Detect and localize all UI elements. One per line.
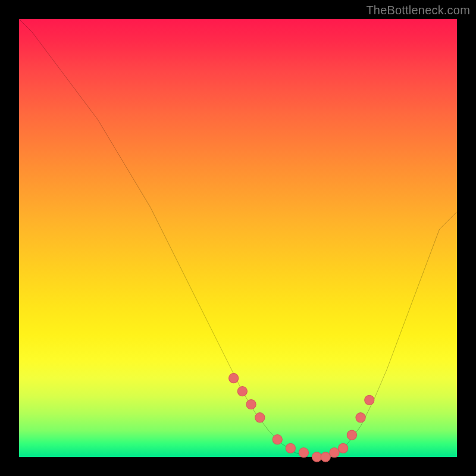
chart-frame: TheBottleneck.com bbox=[0, 0, 476, 476]
marker-point bbox=[312, 452, 321, 462]
marker-point bbox=[365, 395, 374, 405]
marker-point bbox=[330, 448, 339, 458]
marker-point bbox=[237, 387, 247, 396]
marker-point bbox=[246, 400, 256, 409]
marker-point bbox=[339, 443, 348, 453]
marker-point bbox=[356, 413, 365, 422]
watermark-text: TheBottleneck.com bbox=[366, 4, 470, 17]
markers-group bbox=[229, 373, 374, 462]
marker-point bbox=[229, 373, 239, 383]
marker-point bbox=[299, 448, 308, 458]
marker-point bbox=[273, 434, 282, 444]
chart-overlay bbox=[19, 19, 457, 457]
marker-point bbox=[321, 452, 330, 462]
marker-point bbox=[286, 443, 295, 453]
marker-point bbox=[347, 430, 356, 440]
marker-point bbox=[255, 413, 265, 422]
